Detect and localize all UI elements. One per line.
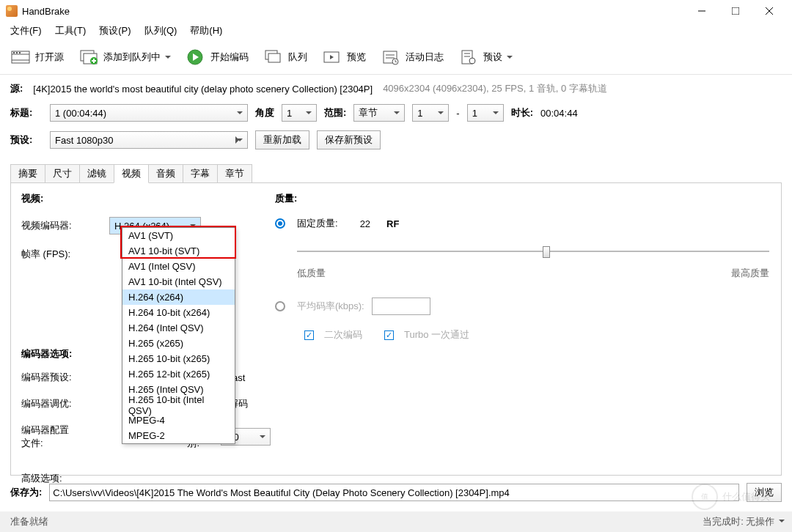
queue-label: 队列 (288, 51, 307, 64)
tab-subtitles[interactable]: 字幕 (183, 164, 218, 182)
svg-rect-9 (19, 52, 21, 53)
abr-radio[interactable] (275, 301, 285, 311)
start-encode-button[interactable]: 开始编码 (180, 43, 254, 71)
activity-label: 活动日志 (406, 51, 444, 64)
range-from-select[interactable]: 1 (412, 104, 449, 122)
encoder-option[interactable]: H.264 (Intel QSV) (122, 320, 235, 336)
status-done-label: 当完成时: (703, 516, 744, 527)
activity-icon (381, 48, 401, 66)
add-queue-label: 添加到队列中 (103, 51, 161, 64)
svg-rect-7 (13, 52, 15, 53)
tab-dimensions[interactable]: 尺寸 (45, 164, 80, 182)
save-preset-button[interactable]: 保存新预设 (317, 130, 381, 149)
preview-icon (322, 48, 342, 66)
queue-button[interactable]: 队列 (257, 43, 313, 71)
source-meta: 4096x2304 (4096x2304), 25 FPS, 1 音轨, 0 字… (383, 82, 607, 95)
twopass-checkbox[interactable]: ✓ (304, 330, 314, 340)
play-icon (186, 48, 206, 66)
svg-marker-20 (330, 55, 334, 59)
menu-tools[interactable]: 工具(T) (49, 23, 92, 39)
cq-value: 22 (360, 218, 370, 229)
chevron-down-icon (779, 520, 785, 525)
encoder-option[interactable]: H.265 10-bit (x265) (122, 351, 235, 366)
abr-input[interactable] (372, 298, 430, 315)
quality-section: 质量: (275, 192, 771, 205)
tab-chapters[interactable]: 章节 (217, 164, 252, 182)
menu-help[interactable]: 帮助(H) (184, 23, 228, 39)
range-dash: - (456, 108, 459, 119)
cq-radio[interactable] (275, 218, 285, 229)
menu-file[interactable]: 文件(F) (4, 23, 48, 39)
enc-preset-label: 编码器预设: (21, 371, 102, 384)
encoder-option[interactable]: AV1 10-bit (Intel QSV) (122, 274, 235, 289)
low-quality-label: 低质量 (297, 267, 326, 280)
chevron-down-icon (507, 56, 513, 62)
presets-label: 预设 (483, 51, 502, 64)
tab-audio[interactable]: 音频 (148, 164, 183, 182)
encoder-label: 视频编码器: (21, 219, 102, 232)
presets-icon (458, 48, 479, 66)
browse-button[interactable]: 浏览 (747, 483, 782, 502)
encoder-option[interactable]: MPEG-2 (122, 428, 235, 443)
range-label: 范围: (324, 106, 346, 119)
tab-video[interactable]: 视频 (114, 164, 149, 183)
film-icon (10, 48, 31, 66)
range-type-select[interactable]: 章节 (353, 104, 405, 122)
encoder-option[interactable]: H.264 10-bit (x264) (122, 305, 235, 320)
encoder-option[interactable]: AV1 (SVT) (122, 228, 235, 243)
svg-rect-8 (16, 52, 18, 53)
encoder-option[interactable]: AV1 (Intel QSV) (122, 259, 235, 274)
turbo-checkbox[interactable]: ✓ (384, 330, 394, 340)
app-icon (6, 5, 18, 17)
encoder-option[interactable]: AV1 10-bit (SVT) (122, 243, 235, 259)
svg-rect-1 (732, 7, 739, 15)
svg-point-30 (469, 58, 475, 64)
reload-preset-button[interactable]: 重新加载 (255, 130, 309, 149)
add-queue-button[interactable]: 添加到队列中 (73, 43, 177, 71)
close-button[interactable] (752, 0, 786, 22)
svg-rect-18 (268, 53, 280, 62)
preset-select[interactable]: Fast 1080p30 (50, 131, 248, 149)
status-ready: 准备就绪 (10, 515, 48, 528)
encoder-option[interactable]: H.265 12-bit (x265) (122, 366, 235, 382)
chevron-down-icon (165, 56, 171, 62)
activity-button[interactable]: 活动日志 (375, 43, 450, 71)
encoder-option[interactable]: H.265 10-bit (Intel QSV) (122, 397, 235, 413)
queue-icon (263, 48, 284, 66)
title-label: 标题: (10, 106, 43, 119)
quality-slider[interactable] (297, 243, 769, 261)
enc-profile-label: 编码器配置文件: (21, 424, 70, 450)
status-action[interactable]: 无操作 (746, 516, 774, 527)
source-name: [4K]2015 the world's most beautiful city… (33, 84, 373, 95)
abr-label: 平均码率(kbps): (297, 300, 364, 313)
enc-tune-label: 编码器调优: (21, 397, 102, 410)
source-label: 源: (10, 82, 23, 95)
minimize-button[interactable] (685, 0, 719, 22)
twopass-label: 二次编码 (324, 328, 362, 341)
range-to-select[interactable]: 1 (467, 104, 504, 122)
menu-presets[interactable]: 预设(P) (93, 23, 136, 39)
start-encode-label: 开始编码 (210, 51, 249, 64)
advanced-label: 高级选项: (21, 472, 102, 485)
encoder-option[interactable]: H.264 (x264) (122, 289, 235, 305)
tab-filters[interactable]: 滤镜 (79, 164, 114, 182)
tab-summary[interactable]: 摘要 (10, 164, 45, 182)
turbo-label: Turbo 一次通过 (404, 328, 469, 341)
video-section: 视频: (21, 192, 271, 205)
angle-label: 角度 (255, 106, 274, 119)
preview-label: 预览 (347, 51, 366, 64)
high-quality-label: 最高质量 (731, 267, 769, 280)
maximize-button[interactable] (719, 0, 752, 22)
title-select[interactable]: 1 (00:04:44) (50, 104, 248, 122)
open-source-button[interactable]: 打开源 (4, 43, 70, 71)
presets-button[interactable]: 预设 (452, 43, 518, 71)
encoder-dropdown[interactable]: AV1 (SVT) AV1 10-bit (SVT) AV1 (Intel QS… (122, 227, 235, 444)
encoder-option[interactable]: H.265 (x265) (122, 336, 235, 351)
angle-select[interactable]: 1 (282, 104, 317, 122)
menu-queue[interactable]: 队列(Q) (139, 23, 183, 39)
open-source-label: 打开源 (35, 51, 64, 64)
preview-button[interactable]: 预览 (316, 43, 372, 71)
duration-label: 时长: (511, 106, 533, 119)
window-title: HandBrake (22, 6, 685, 17)
preset-label: 预设: (10, 133, 43, 147)
